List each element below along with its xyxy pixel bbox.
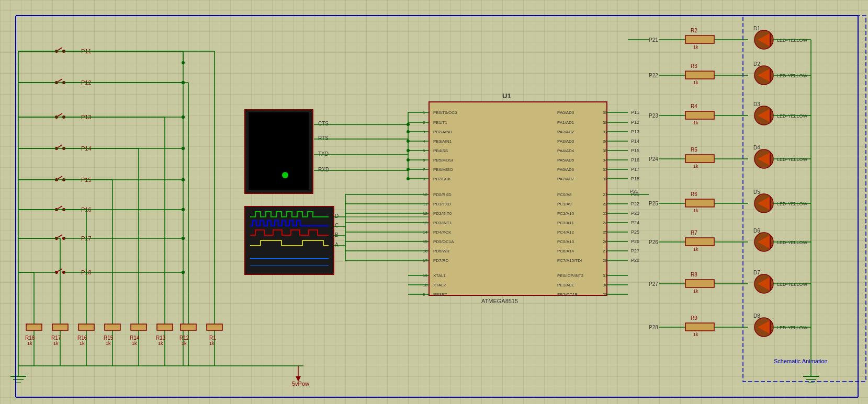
svg-line-18 (58, 113, 62, 116)
svg-text:D3: D3 (753, 101, 760, 107)
led-section-d3: P23 R4 1k D3 LED-YELLOW (649, 101, 811, 125)
svg-text:1k: 1k (132, 341, 137, 346)
svg-text:PB7/SCK: PB7/SCK (433, 177, 451, 181)
svg-text:P26: P26 (631, 239, 639, 244)
svg-text:RTS: RTS (318, 135, 329, 141)
svg-text:PD3/INT1: PD3/INT1 (433, 221, 452, 225)
svg-text:XTAL1: XTAL1 (433, 273, 446, 278)
svg-text:1k: 1k (693, 208, 698, 213)
svg-text:R18: R18 (25, 335, 35, 341)
svg-text:P27: P27 (631, 248, 639, 253)
waveform-display: D C B A (245, 206, 345, 274)
svg-text:LED-YELLOW: LED-YELLOW (777, 38, 808, 43)
svg-text:R2: R2 (691, 28, 697, 33)
svg-point-387 (407, 149, 410, 152)
svg-text:PC3/A11: PC3/A11 (557, 221, 574, 225)
svg-point-62 (182, 147, 185, 150)
svg-text:R4: R4 (691, 103, 697, 109)
svg-line-32 (58, 176, 62, 179)
svg-rect-296 (685, 111, 714, 119)
resistor-r12: R12 1k (179, 303, 196, 366)
svg-text:P14: P14 (631, 138, 639, 144)
svg-rect-108 (207, 324, 222, 330)
svg-text:PE0/ICP/INT2: PE0/ICP/INT2 (557, 273, 584, 278)
svg-text:1k: 1k (53, 341, 59, 346)
svg-text:R13: R13 (156, 335, 166, 341)
svg-text:P25: P25 (631, 229, 639, 235)
svg-rect-88 (105, 324, 120, 330)
svg-text:R15: R15 (104, 335, 114, 341)
svg-text:1k: 1k (27, 341, 32, 346)
svg-text:PA0/AD0: PA0/AD0 (557, 110, 574, 115)
svg-text:D8: D8 (753, 313, 760, 319)
svg-rect-332 (685, 238, 714, 246)
svg-point-388 (407, 158, 410, 161)
svg-text:PA3/AD3: PA3/AD3 (557, 139, 574, 144)
resistor-r15: R15 1k (104, 303, 120, 366)
resistor-r17: R17 1k (51, 303, 68, 366)
svg-point-384 (407, 123, 410, 126)
svg-text:PB2/AIN0: PB2/AIN0 (433, 130, 452, 134)
svg-text:1k: 1k (158, 341, 163, 346)
svg-rect-271 (685, 36, 714, 43)
svg-text:LED-YELLOW: LED-YELLOW (777, 157, 808, 162)
svg-point-117 (282, 172, 288, 178)
svg-text:D4: D4 (753, 145, 760, 151)
svg-text:1k: 1k (693, 44, 698, 50)
led-section-d7: P27 R8 1k D7 LED-YELLOW (649, 270, 811, 294)
svg-rect-356 (685, 323, 714, 331)
svg-text:D5: D5 (753, 189, 760, 195)
svg-rect-284 (685, 71, 714, 79)
svg-point-64 (182, 208, 185, 211)
svg-text:R16: R16 (77, 335, 87, 341)
svg-point-63 (182, 178, 185, 181)
svg-text:1k: 1k (106, 341, 111, 346)
uart-lcd-component: CTS RTS TXD RXD (245, 110, 340, 193)
svg-line-3 (58, 48, 62, 50)
svg-point-390 (407, 177, 410, 180)
svg-text:P22: P22 (631, 201, 639, 206)
svg-text:LED-YELLOW: LED-YELLOW (777, 325, 808, 330)
svg-text:1k: 1k (693, 164, 698, 169)
svg-text:B: B (335, 232, 339, 238)
svg-text:PA4/AD4: PA4/AD4 (557, 148, 574, 153)
svg-line-11 (58, 79, 62, 82)
led-section-d2: P22 R3 1k D2 LED-YELLOW (649, 61, 811, 85)
svg-text:P24: P24 (631, 220, 639, 225)
resistor-r16: R16 1k (77, 303, 94, 366)
svg-text:PA7/AD7: PA7/AD7 (557, 177, 574, 181)
svg-text:A: A (335, 242, 339, 248)
svg-text:LED-YELLOW: LED-YELLOW (777, 73, 808, 78)
svg-text:1k: 1k (693, 288, 698, 294)
svg-text:PC2/A10: PC2/A10 (557, 211, 574, 216)
svg-text:P28: P28 (631, 258, 639, 263)
svg-text:P18: P18 (631, 176, 639, 181)
svg-text:P15: P15 (631, 148, 639, 153)
svg-text:PD1/TXD: PD1/TXD (433, 202, 451, 206)
svg-text:1k: 1k (80, 341, 85, 346)
svg-text:1k: 1k (693, 332, 698, 337)
svg-text:CTS: CTS (318, 121, 329, 126)
svg-rect-73 (26, 324, 42, 330)
svg-text:1k: 1k (182, 341, 187, 346)
led-section-d4: P24 R5 1k D4 LED-YELLOW (649, 145, 811, 169)
svg-rect-320 (685, 199, 714, 207)
svg-text:LED-YELLOW: LED-YELLOW (777, 282, 808, 287)
svg-text:P17: P17 (631, 167, 639, 172)
svg-point-61 (182, 116, 185, 119)
svg-rect-135 (429, 102, 607, 295)
svg-text:P12: P12 (631, 120, 639, 125)
svg-text:R3: R3 (691, 63, 697, 69)
svg-text:1k: 1k (693, 120, 698, 125)
svg-text:PD5/OC1A: PD5/OC1A (433, 239, 454, 244)
svg-line-46 (58, 235, 62, 237)
svg-point-389 (407, 168, 410, 171)
resistor-r13: R13 1k (156, 303, 173, 366)
svg-text:PC4/A12: PC4/A12 (557, 230, 574, 235)
switch-p18: P18 (18, 269, 185, 275)
svg-text:D: D (335, 213, 339, 219)
svg-text:P21: P21 (630, 189, 638, 194)
svg-text:1k: 1k (209, 341, 215, 346)
svg-text:PD0/RXD: PD0/RXD (433, 192, 452, 197)
svg-text:PD4/XCK: PD4/XCK (433, 230, 452, 235)
